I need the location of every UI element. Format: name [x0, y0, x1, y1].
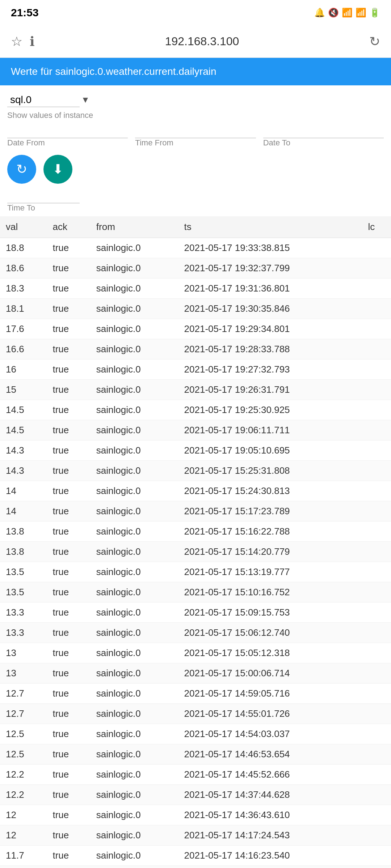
- cell-from: sainlogic.0: [91, 299, 178, 319]
- status-bar: 21:53 🔔 🔇 📶 📶 🔋: [0, 0, 391, 25]
- cell-ts: 2021-05-17 14:36:43.610: [178, 805, 362, 825]
- cell-ack: true: [47, 258, 90, 278]
- cell-ack: true: [47, 420, 90, 441]
- col-lc: lc: [362, 216, 391, 238]
- cell-lc: [362, 258, 391, 278]
- cell-ts: 2021-05-17 14:17:24.543: [178, 825, 362, 846]
- date-from-group: Date From: [7, 124, 128, 148]
- cell-from: sainlogic.0: [91, 704, 178, 724]
- cell-from: sainlogic.0: [91, 765, 178, 785]
- cell-lc: [362, 825, 391, 846]
- cell-from: sainlogic.0: [91, 603, 178, 623]
- table-row: 13.3truesainlogic.02021-05-17 15:09:15.7…: [0, 603, 391, 623]
- cell-lc: [362, 441, 391, 461]
- cell-val: 13.5: [0, 562, 47, 582]
- cell-from: sainlogic.0: [91, 785, 178, 805]
- cell-from: sainlogic.0: [91, 684, 178, 704]
- cell-from: sainlogic.0: [91, 420, 178, 441]
- cell-ts: 2021-05-17 19:31:36.801: [178, 278, 362, 299]
- cell-ts: 2021-05-17 19:30:35.846: [178, 299, 362, 319]
- cell-ack: true: [47, 704, 90, 724]
- browser-bar-right: ↻: [369, 34, 380, 49]
- cell-val: 13.3: [0, 603, 47, 623]
- cell-from: sainlogic.0: [91, 744, 178, 765]
- table-row: 13.8truesainlogic.02021-05-17 15:14:20.7…: [0, 542, 391, 562]
- refresh-data-button[interactable]: ↻: [7, 155, 36, 184]
- cell-val: 18.8: [0, 238, 47, 258]
- cell-lc: [362, 501, 391, 522]
- cell-lc: [362, 542, 391, 562]
- table-row: 17.6truesainlogic.02021-05-17 19:29:34.8…: [0, 319, 391, 339]
- table-body: 18.8truesainlogic.02021-05-17 19:33:38.8…: [0, 238, 391, 868]
- cell-val: 13.8: [0, 542, 47, 562]
- table-row: 12truesainlogic.02021-05-17 14:17:24.543: [0, 825, 391, 846]
- cell-lc: [362, 623, 391, 643]
- cell-ack: true: [47, 238, 90, 258]
- table-row: 12.2truesainlogic.02021-05-17 14:45:52.6…: [0, 765, 391, 785]
- cell-ts: 2021-05-17 19:25:30.925: [178, 400, 362, 420]
- cell-from: sainlogic.0: [91, 441, 178, 461]
- cell-lc: [362, 299, 391, 319]
- cell-lc: [362, 603, 391, 623]
- cell-ack: true: [47, 441, 90, 461]
- time-to-input[interactable]: [7, 189, 80, 203]
- date-time-row: Date From Time From Date To: [7, 124, 384, 148]
- cell-ack: true: [47, 339, 90, 359]
- cell-ts: 2021-05-17 15:17:23.789: [178, 501, 362, 522]
- date-to-input[interactable]: [263, 124, 384, 138]
- date-from-input[interactable]: [7, 124, 128, 138]
- cell-ts: 2021-05-17 14:54:03.037: [178, 724, 362, 744]
- browser-bar-left: ☆ ℹ: [11, 34, 35, 49]
- info-button[interactable]: ℹ: [30, 34, 35, 49]
- cell-ack: true: [47, 623, 90, 643]
- cell-ack: true: [47, 562, 90, 582]
- table-row: 14truesainlogic.02021-05-17 15:24:30.813: [0, 481, 391, 501]
- cell-ts: 2021-05-17 14:45:52.666: [178, 765, 362, 785]
- cell-val: 11.7: [0, 866, 47, 868]
- cell-from: sainlogic.0: [91, 319, 178, 339]
- table-row: 13truesainlogic.02021-05-17 15:05:12.318: [0, 643, 391, 663]
- table-row: 13truesainlogic.02021-05-17 15:00:06.714: [0, 663, 391, 684]
- cell-from: sainlogic.0: [91, 461, 178, 481]
- time-to-label: Time To: [7, 203, 384, 213]
- table-row: 14.3truesainlogic.02021-05-17 15:25:31.8…: [0, 461, 391, 481]
- cell-ts: 2021-05-17 19:26:31.791: [178, 380, 362, 400]
- cell-lc: [362, 643, 391, 663]
- cell-ack: true: [47, 866, 90, 868]
- cell-val: 18.6: [0, 258, 47, 278]
- table-row: 18.6truesainlogic.02021-05-17 19:32:37.7…: [0, 258, 391, 278]
- instance-select[interactable]: sql.0: [7, 93, 80, 107]
- cell-from: sainlogic.0: [91, 866, 178, 868]
- table-row: 15truesainlogic.02021-05-17 19:26:31.791: [0, 380, 391, 400]
- cell-ack: true: [47, 765, 90, 785]
- cell-val: 15: [0, 380, 47, 400]
- cell-lc: [362, 684, 391, 704]
- cell-ack: true: [47, 522, 90, 542]
- url-display[interactable]: 192.168.3.100: [35, 35, 369, 48]
- cell-lc: [362, 522, 391, 542]
- cell-ack: true: [47, 805, 90, 825]
- cell-lc: [362, 400, 391, 420]
- refresh-data-icon: ↻: [16, 162, 27, 177]
- col-from: from: [91, 216, 178, 238]
- cell-lc: [362, 663, 391, 684]
- download-button[interactable]: ⬇: [43, 155, 72, 184]
- cell-val: 16: [0, 359, 47, 380]
- header-banner: Werte für sainlogic.0.weather.current.da…: [0, 58, 391, 85]
- bookmark-button[interactable]: ☆: [11, 34, 22, 49]
- refresh-button[interactable]: ↻: [369, 34, 380, 49]
- cell-lc: [362, 319, 391, 339]
- cell-val: 13.8: [0, 522, 47, 542]
- cell-ts: 2021-05-17 19:29:34.801: [178, 319, 362, 339]
- table-row: 13.5truesainlogic.02021-05-17 15:10:16.7…: [0, 582, 391, 603]
- cell-from: sainlogic.0: [91, 481, 178, 501]
- cell-val: 12: [0, 805, 47, 825]
- time-from-input[interactable]: [135, 124, 256, 138]
- cell-val: 14: [0, 501, 47, 522]
- cell-ack: true: [47, 501, 90, 522]
- cell-from: sainlogic.0: [91, 825, 178, 846]
- cell-ts: 2021-05-17 15:25:31.808: [178, 461, 362, 481]
- cell-ack: true: [47, 603, 90, 623]
- cell-ts: 2021-05-17 14:59:05.716: [178, 684, 362, 704]
- cell-val: 14: [0, 481, 47, 501]
